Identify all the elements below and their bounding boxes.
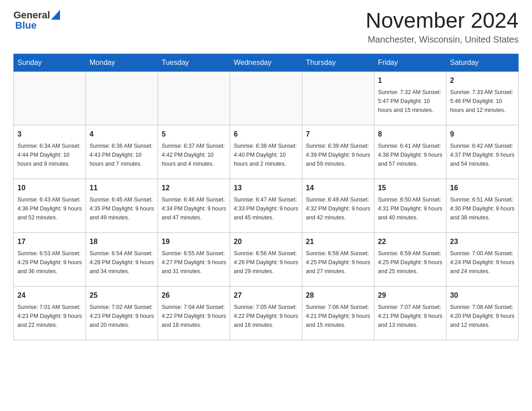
day-info: Sunrise: 7:05 AM Sunset: 4:22 PM Dayligh…	[234, 303, 298, 330]
table-row: 20Sunrise: 6:56 AM Sunset: 4:26 PM Dayli…	[230, 232, 302, 286]
table-row	[302, 71, 374, 125]
day-info: Sunrise: 6:53 AM Sunset: 4:29 PM Dayligh…	[17, 249, 82, 276]
table-row: 4Sunrise: 6:36 AM Sunset: 4:43 PM Daylig…	[86, 125, 158, 179]
day-info: Sunrise: 6:43 AM Sunset: 4:36 PM Dayligh…	[17, 195, 82, 222]
day-number: 22	[378, 236, 442, 247]
day-info: Sunrise: 6:54 AM Sunset: 4:28 PM Dayligh…	[90, 249, 154, 276]
table-row: 12Sunrise: 6:46 AM Sunset: 4:34 PM Dayli…	[158, 179, 230, 232]
day-info: Sunrise: 6:46 AM Sunset: 4:34 PM Dayligh…	[162, 195, 226, 222]
col-wednesday: Wednesday	[230, 54, 302, 71]
logo-triangle-icon	[51, 10, 60, 20]
day-info: Sunrise: 6:38 AM Sunset: 4:40 PM Dayligh…	[234, 141, 298, 168]
table-row	[158, 71, 230, 125]
table-row: 26Sunrise: 7:04 AM Sunset: 4:22 PM Dayli…	[158, 286, 230, 340]
day-info: Sunrise: 6:39 AM Sunset: 4:39 PM Dayligh…	[306, 141, 370, 168]
day-info: Sunrise: 6:36 AM Sunset: 4:43 PM Dayligh…	[90, 141, 154, 168]
header-row: Sunday Monday Tuesday Wednesday Thursday…	[14, 54, 519, 71]
table-row: 28Sunrise: 7:06 AM Sunset: 4:21 PM Dayli…	[302, 286, 374, 340]
table-row: 27Sunrise: 7:05 AM Sunset: 4:22 PM Dayli…	[230, 286, 302, 340]
table-row: 1Sunrise: 7:32 AM Sunset: 5:47 PM Daylig…	[374, 71, 446, 125]
table-row	[86, 71, 158, 125]
day-info: Sunrise: 6:59 AM Sunset: 4:25 PM Dayligh…	[378, 249, 442, 276]
day-number: 14	[306, 183, 370, 193]
day-info: Sunrise: 6:47 AM Sunset: 4:33 PM Dayligh…	[234, 195, 298, 222]
col-sunday: Sunday	[14, 54, 86, 71]
col-friday: Friday	[374, 54, 446, 71]
table-row: 6Sunrise: 6:38 AM Sunset: 4:40 PM Daylig…	[230, 125, 302, 179]
day-info: Sunrise: 6:58 AM Sunset: 4:25 PM Dayligh…	[306, 249, 370, 276]
day-number: 24	[17, 290, 82, 301]
day-number: 12	[162, 183, 226, 193]
day-number: 21	[306, 236, 370, 247]
day-number: 18	[90, 236, 154, 247]
day-info: Sunrise: 6:45 AM Sunset: 4:35 PM Dayligh…	[90, 195, 154, 222]
day-info: Sunrise: 7:07 AM Sunset: 4:21 PM Dayligh…	[378, 303, 442, 330]
col-saturday: Saturday	[446, 54, 519, 71]
logo-blue: Blue	[15, 20, 37, 31]
day-number: 3	[17, 129, 82, 140]
day-info: Sunrise: 6:50 AM Sunset: 4:31 PM Dayligh…	[378, 195, 442, 222]
table-row: 18Sunrise: 6:54 AM Sunset: 4:28 PM Dayli…	[86, 232, 158, 286]
day-info: Sunrise: 7:33 AM Sunset: 5:46 PM Dayligh…	[450, 88, 515, 115]
week-row-2: 3Sunrise: 6:34 AM Sunset: 4:44 PM Daylig…	[14, 125, 519, 179]
table-row: 11Sunrise: 6:45 AM Sunset: 4:35 PM Dayli…	[86, 179, 158, 232]
day-number: 17	[17, 236, 82, 247]
title-block: November 2024 Manchester, Wisconsin, Uni…	[365, 9, 519, 45]
table-row: 8Sunrise: 6:41 AM Sunset: 4:38 PM Daylig…	[374, 125, 446, 179]
table-row: 30Sunrise: 7:08 AM Sunset: 4:20 PM Dayli…	[446, 286, 519, 340]
day-number: 15	[378, 183, 442, 193]
day-info: Sunrise: 6:49 AM Sunset: 4:32 PM Dayligh…	[306, 195, 370, 222]
day-info: Sunrise: 6:51 AM Sunset: 4:30 PM Dayligh…	[450, 195, 515, 222]
col-thursday: Thursday	[302, 54, 374, 71]
day-number: 25	[90, 290, 154, 301]
day-number: 29	[378, 290, 442, 301]
table-row: 9Sunrise: 6:42 AM Sunset: 4:37 PM Daylig…	[446, 125, 519, 179]
day-info: Sunrise: 6:56 AM Sunset: 4:26 PM Dayligh…	[234, 249, 298, 276]
day-info: Sunrise: 7:02 AM Sunset: 4:23 PM Dayligh…	[90, 303, 154, 330]
table-row: 22Sunrise: 6:59 AM Sunset: 4:25 PM Dayli…	[374, 232, 446, 286]
day-info: Sunrise: 6:42 AM Sunset: 4:37 PM Dayligh…	[450, 141, 515, 168]
col-tuesday: Tuesday	[158, 54, 230, 71]
day-number: 2	[450, 75, 515, 86]
svg-marker-0	[51, 10, 60, 20]
day-number: 8	[378, 129, 442, 140]
day-number: 11	[90, 183, 154, 193]
day-number: 20	[234, 236, 298, 247]
table-row: 14Sunrise: 6:49 AM Sunset: 4:32 PM Dayli…	[302, 179, 374, 232]
day-number: 27	[234, 290, 298, 301]
day-number: 1	[378, 75, 442, 86]
week-row-5: 24Sunrise: 7:01 AM Sunset: 4:23 PM Dayli…	[14, 286, 519, 340]
day-number: 26	[162, 290, 226, 301]
day-number: 5	[162, 129, 226, 140]
day-info: Sunrise: 6:37 AM Sunset: 4:42 PM Dayligh…	[162, 141, 226, 168]
day-info: Sunrise: 6:41 AM Sunset: 4:38 PM Dayligh…	[378, 141, 442, 168]
table-row: 21Sunrise: 6:58 AM Sunset: 4:25 PM Dayli…	[302, 232, 374, 286]
day-number: 28	[306, 290, 370, 301]
table-row: 3Sunrise: 6:34 AM Sunset: 4:44 PM Daylig…	[14, 125, 86, 179]
day-number: 6	[234, 129, 298, 140]
table-row: 15Sunrise: 6:50 AM Sunset: 4:31 PM Dayli…	[374, 179, 446, 232]
table-row: 23Sunrise: 7:00 AM Sunset: 4:24 PM Dayli…	[446, 232, 519, 286]
logo: General Blue	[13, 9, 60, 31]
table-row: 25Sunrise: 7:02 AM Sunset: 4:23 PM Dayli…	[86, 286, 158, 340]
day-info: Sunrise: 7:32 AM Sunset: 5:47 PM Dayligh…	[378, 88, 442, 115]
day-number: 7	[306, 129, 370, 140]
table-row: 29Sunrise: 7:07 AM Sunset: 4:21 PM Dayli…	[374, 286, 446, 340]
day-number: 23	[450, 236, 515, 247]
day-number: 13	[234, 183, 298, 193]
day-number: 19	[162, 236, 226, 247]
table-row: 17Sunrise: 6:53 AM Sunset: 4:29 PM Dayli…	[14, 232, 86, 286]
day-info: Sunrise: 7:04 AM Sunset: 4:22 PM Dayligh…	[162, 303, 226, 330]
table-row: 13Sunrise: 6:47 AM Sunset: 4:33 PM Dayli…	[230, 179, 302, 232]
day-info: Sunrise: 6:55 AM Sunset: 4:27 PM Dayligh…	[162, 249, 226, 276]
table-row	[230, 71, 302, 125]
calendar-table: Sunday Monday Tuesday Wednesday Thursday…	[13, 54, 519, 340]
table-row: 19Sunrise: 6:55 AM Sunset: 4:27 PM Dayli…	[158, 232, 230, 286]
location-subtitle: Manchester, Wisconsin, United States	[365, 34, 519, 45]
month-year-title: November 2024	[365, 9, 519, 33]
day-info: Sunrise: 7:06 AM Sunset: 4:21 PM Dayligh…	[306, 303, 370, 330]
week-row-3: 10Sunrise: 6:43 AM Sunset: 4:36 PM Dayli…	[14, 179, 519, 232]
day-info: Sunrise: 6:34 AM Sunset: 4:44 PM Dayligh…	[17, 141, 82, 168]
day-number: 9	[450, 129, 515, 140]
day-number: 10	[17, 183, 82, 193]
